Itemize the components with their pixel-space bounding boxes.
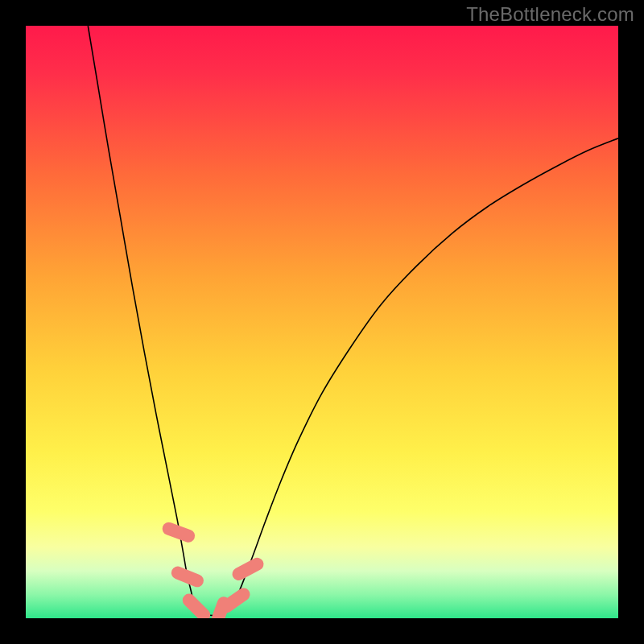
watermark-text: TheBottleneck.com [466, 3, 634, 26]
plot-svg [26, 26, 618, 618]
chart-frame: TheBottleneck.com [0, 0, 644, 644]
gradient-background [26, 26, 618, 618]
plot-area [26, 26, 618, 618]
